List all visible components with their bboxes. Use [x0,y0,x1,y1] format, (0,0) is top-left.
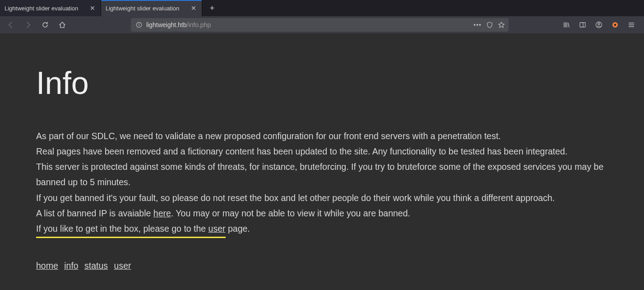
url-actions: ••• [473,21,505,28]
forward-button[interactable] [21,18,35,32]
library-icon[interactable] [561,19,572,30]
paragraph-1: As part of our SDLC, we need to validate… [36,128,608,144]
browser-tab-2[interactable]: Lightweight slider evaluation ✕ [101,0,202,16]
url-text: lightweight.htb/info.php [146,21,473,28]
nav-toolbar: lightweight.htb/info.php ••• [0,16,644,33]
svg-rect-2 [139,24,139,26]
paragraph-5: A list of banned IP is avaiable here. Yo… [36,206,608,221]
page-title: Info [36,65,608,101]
url-bar[interactable]: lightweight.htb/info.php ••• [131,18,509,32]
svg-point-1 [139,23,139,24]
close-icon[interactable]: ✕ [190,5,197,12]
menu-icon[interactable] [626,19,637,30]
url-domain: lightweight.htb [146,21,187,28]
extension-icon[interactable] [610,19,621,30]
browser-tab-1[interactable]: Lightweight slider evaluation ✕ [0,0,101,16]
reload-button[interactable] [38,18,52,32]
home-button[interactable] [55,18,69,32]
paragraph-3: This server is protected against some ki… [36,159,608,190]
info-icon[interactable] [134,20,144,29]
link-user[interactable]: user [208,224,226,234]
more-icon[interactable]: ••• [473,21,482,28]
svg-point-6 [598,23,600,25]
footer-nav: home info status user [36,261,608,271]
tab-strip: Lightweight slider evaluation ✕ Lightwei… [0,0,644,16]
svg-rect-3 [580,23,585,27]
bookmark-icon[interactable] [498,21,505,28]
new-tab-button[interactable]: + [205,1,219,15]
shield-icon[interactable] [486,21,493,28]
nav-user[interactable]: user [114,261,131,271]
highlight-underline: If you like to get in the box, please go… [36,221,226,238]
nav-info[interactable]: info [64,261,78,271]
tab-title: Lightweight slider evaluation [5,5,87,12]
back-button[interactable] [4,18,18,32]
body-text: As part of our SDLC, we need to validate… [36,128,608,238]
sidebar-icon[interactable] [577,19,588,30]
link-here[interactable]: here [153,208,171,218]
browser-chrome: Lightweight slider evaluation ✕ Lightwei… [0,0,644,33]
nav-status[interactable]: status [84,261,108,271]
svg-point-8 [614,24,616,26]
account-icon[interactable] [593,19,604,30]
url-path: /info.php [187,21,211,28]
page-content: Info As part of our SDLC, we need to val… [0,33,644,289]
tab-title: Lightweight slider evaluation [106,5,188,12]
paragraph-6: If you like to get in the box, please go… [36,221,608,238]
nav-home[interactable]: home [36,261,58,271]
paragraph-4: If you get banned it's your fault, so pl… [36,190,608,206]
toolbar-right-icons [561,19,640,30]
close-icon[interactable]: ✕ [89,5,96,12]
paragraph-2: Real pages have been removed and a ficti… [36,144,608,159]
